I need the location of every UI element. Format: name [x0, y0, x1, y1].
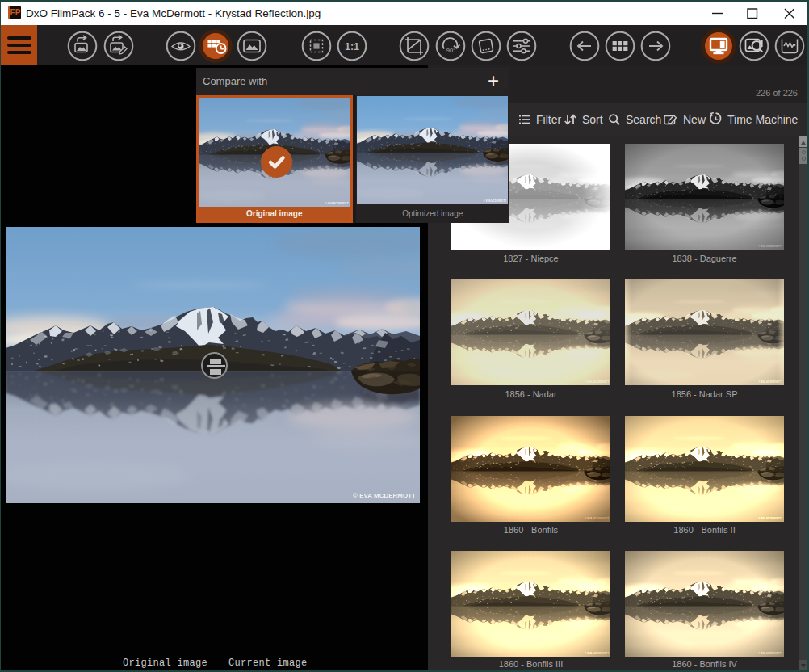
svg-text:90°: 90°: [446, 47, 455, 54]
svg-text:1:1: 1:1: [345, 41, 359, 52]
